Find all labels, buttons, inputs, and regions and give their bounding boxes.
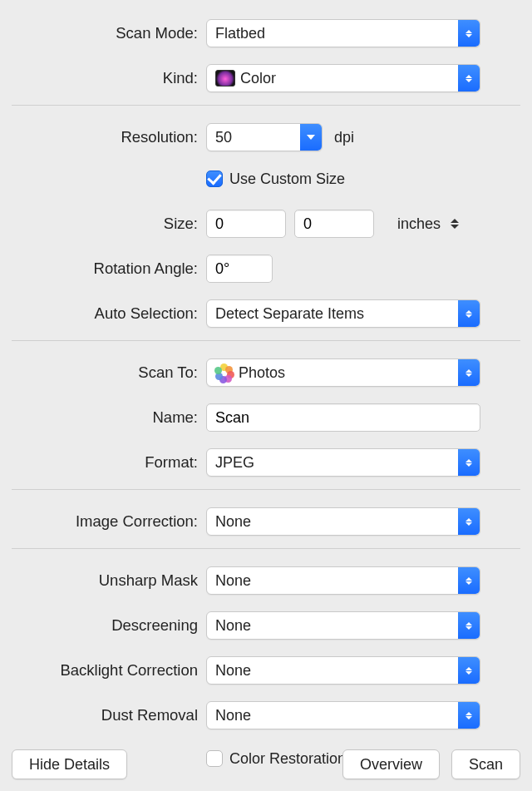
scan-settings-panel: Scan Mode: Flatbed Kind: Color Resolutio…: [0, 0, 532, 791]
scan-to-value: Photos: [239, 364, 285, 382]
scan-button[interactable]: Scan: [451, 749, 520, 779]
label-descreening: Descreening: [12, 616, 206, 635]
image-correction-value: None: [215, 513, 251, 531]
updown-arrow-icon: [458, 702, 480, 729]
row-scan-mode: Scan Mode: Flatbed: [12, 15, 520, 52]
label-size: Size:: [12, 215, 206, 233]
image-correction-select[interactable]: None: [206, 507, 480, 536]
color-swatch-icon: [215, 70, 235, 87]
row-custom-size: Use Custom Size: [12, 161, 520, 197]
separator: [12, 489, 520, 490]
backlight-value: None: [215, 662, 251, 680]
footer-toolbar: Hide Details Overview Scan: [12, 749, 520, 779]
dust-removal-value: None: [215, 707, 251, 724]
format-select[interactable]: JPEG: [206, 448, 480, 477]
kind-value: Color: [240, 70, 276, 87]
row-auto-selection: Auto Selection: Detect Separate Items: [12, 295, 520, 332]
updown-arrow-icon: [458, 65, 480, 91]
row-name: Name:: [12, 399, 520, 436]
updown-arrow-icon: [458, 657, 480, 684]
label-scan-mode: Scan Mode:: [12, 24, 206, 42]
updown-arrow-icon: [458, 567, 480, 594]
hide-details-button[interactable]: Hide Details: [12, 749, 127, 779]
updown-arrow-icon: [458, 508, 480, 535]
name-input[interactable]: [206, 403, 480, 432]
updown-arrow-icon: [458, 300, 480, 327]
units-stepper-icon[interactable]: [451, 219, 459, 229]
row-descreening: Descreening None: [12, 607, 520, 644]
dpi-suffix: dpi: [334, 129, 354, 146]
label-dust-removal: Dust Removal: [12, 706, 206, 724]
scan-to-select[interactable]: Photos: [206, 358, 480, 387]
size-height-input[interactable]: [294, 210, 374, 238]
overview-button[interactable]: Overview: [342, 749, 440, 779]
kind-select[interactable]: Color: [206, 64, 480, 92]
size-width-input[interactable]: [206, 210, 286, 238]
label-backlight: Backlight Correction: [12, 661, 206, 680]
rotation-angle-input[interactable]: [206, 255, 273, 283]
photos-app-icon: [215, 363, 234, 382]
separator: [12, 105, 520, 106]
label-rotation: Rotation Angle:: [12, 260, 206, 278]
row-rotation: Rotation Angle:: [12, 250, 520, 287]
row-format: Format: JPEG: [12, 444, 520, 481]
unsharp-mask-value: None: [215, 572, 251, 590]
auto-selection-select[interactable]: Detect Separate Items: [206, 299, 480, 328]
dropdown-arrow-icon: [300, 124, 322, 151]
scan-mode-value: Flatbed: [215, 25, 265, 42]
row-size: Size: inches: [12, 205, 520, 242]
updown-arrow-icon: [458, 20, 480, 47]
label-kind: Kind:: [12, 69, 206, 87]
row-backlight: Backlight Correction None: [12, 652, 520, 689]
updown-arrow-icon: [458, 449, 480, 476]
backlight-correction-select[interactable]: None: [206, 656, 480, 685]
resolution-select[interactable]: 50: [206, 123, 323, 151]
inches-suffix: inches: [397, 215, 441, 233]
row-unsharp-mask: Unsharp Mask None: [12, 562, 520, 599]
label-format: Format:: [12, 453, 206, 472]
dust-removal-select[interactable]: None: [206, 701, 480, 729]
row-scan-to: Scan To: Photos: [12, 354, 520, 391]
label-image-correction: Image Correction:: [12, 512, 206, 531]
label-auto-selection: Auto Selection:: [12, 304, 206, 323]
label-name: Name:: [12, 408, 206, 427]
auto-selection-value: Detect Separate Items: [215, 305, 364, 323]
scan-mode-select[interactable]: Flatbed: [206, 19, 480, 47]
descreening-select[interactable]: None: [206, 611, 480, 640]
format-value: JPEG: [215, 454, 254, 472]
label-unsharp-mask: Unsharp Mask: [12, 571, 206, 590]
label-resolution: Resolution:: [12, 128, 206, 146]
unsharp-mask-select[interactable]: None: [206, 566, 480, 595]
separator: [12, 548, 520, 549]
row-dust-removal: Dust Removal None: [12, 697, 520, 734]
updown-arrow-icon: [458, 359, 480, 386]
resolution-value: 50: [215, 129, 232, 146]
row-kind: Kind: Color: [12, 60, 520, 96]
separator: [12, 340, 520, 341]
use-custom-size-label: Use Custom Size: [229, 171, 345, 188]
descreening-value: None: [215, 617, 251, 635]
updown-arrow-icon: [458, 612, 480, 639]
label-scan-to: Scan To:: [12, 363, 206, 382]
use-custom-size-checkbox[interactable]: [206, 171, 223, 187]
row-image-correction: Image Correction: None: [12, 503, 520, 540]
row-resolution: Resolution: 50 dpi: [12, 119, 520, 156]
